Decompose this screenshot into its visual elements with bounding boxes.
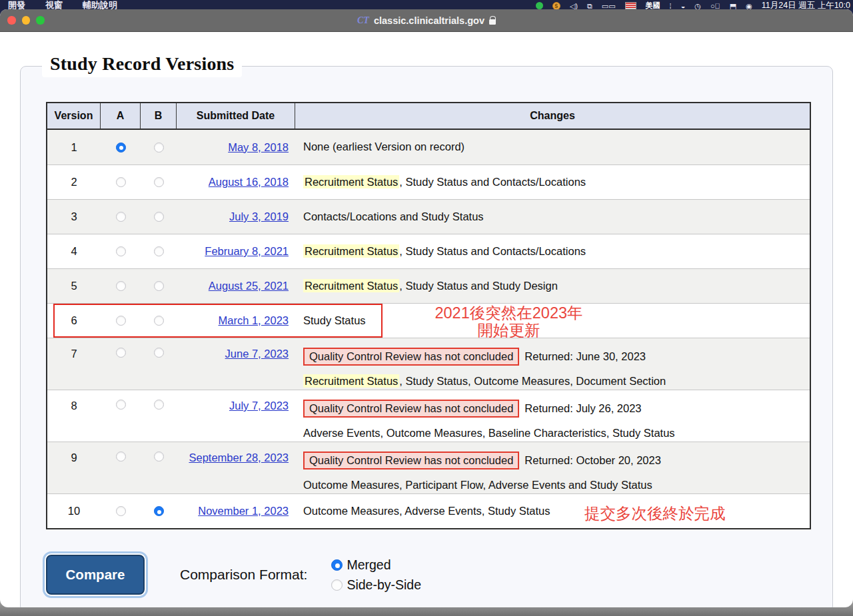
- changes-line: Recruitment Status, Study Status, Outcom…: [303, 374, 804, 388]
- us-flag-icon[interactable]: [625, 2, 636, 9]
- radio-b[interactable]: [154, 506, 164, 516]
- address-area[interactable]: CT classic.clinicaltrials.gov: [0, 15, 853, 26]
- changes-cell: Quality Control Review has not concluded…: [295, 390, 810, 441]
- radio-b[interactable]: [154, 177, 164, 187]
- radio-b[interactable]: [154, 316, 164, 326]
- radio-a[interactable]: [116, 246, 126, 256]
- table-row: 10 November 1, 2023 Outcome Measures, Ad…: [47, 493, 810, 528]
- radio-a[interactable]: [116, 177, 126, 187]
- side-by-side-radio[interactable]: [331, 579, 343, 591]
- dots-icon[interactable]: ⁞: [670, 2, 672, 10]
- radio-a[interactable]: [116, 143, 126, 153]
- submitted-date-link[interactable]: February 8, 2021: [205, 245, 289, 257]
- airplay-icon[interactable]: ⧉: [587, 2, 592, 10]
- radio-b[interactable]: [154, 348, 164, 358]
- merged-radio[interactable]: [331, 559, 343, 571]
- radio-b[interactable]: [154, 246, 164, 256]
- macos-menu-bar: 開發 視窗 輔助說明 $ ◁) ⧉ ▭▭ 美國 ⁞ ◒ ◷ ○⃘ ⬒ ◉ 11月…: [0, 0, 853, 9]
- table-row: 9 September 28, 2023 Quality Control Rev…: [47, 442, 810, 493]
- radio-a[interactable]: [116, 400, 126, 410]
- menu-item-window[interactable]: 視窗: [45, 0, 63, 9]
- version-number: 6: [47, 314, 101, 327]
- radio-a[interactable]: [116, 316, 126, 326]
- header-b: B: [141, 103, 177, 129]
- submitted-date-link[interactable]: August 16, 2018: [209, 176, 289, 188]
- table-row: 3 July 3, 2019 Contacts/Locations and St…: [47, 199, 810, 234]
- submitted-date-link[interactable]: July 3, 2019: [229, 210, 289, 222]
- radio-a[interactable]: [116, 452, 126, 462]
- submitted-date-link[interactable]: September 28, 2023: [189, 452, 289, 463]
- merged-option[interactable]: Merged: [331, 557, 421, 573]
- clock-icon[interactable]: ◷: [694, 2, 701, 10]
- changes-cell: None (earliest Version on record): [295, 140, 810, 154]
- search-icon[interactable]: ○⃘: [710, 2, 720, 10]
- changes-text: Adverse Events, Outcome Measures, Baseli…: [303, 427, 675, 439]
- changes-line: Adverse Events, Outcome Measures, Baseli…: [303, 426, 804, 440]
- changes-text: , Study Status and Study Design: [399, 280, 558, 292]
- version-number: 7: [47, 338, 101, 360]
- radio-b[interactable]: [154, 452, 164, 462]
- header-changes: Changes: [295, 103, 810, 129]
- changes-cell: Quality Control Review has not concluded…: [295, 338, 810, 389]
- coin-icon[interactable]: $: [552, 2, 560, 10]
- header-a: A: [101, 103, 141, 129]
- submitted-date-link[interactable]: July 7, 2023: [229, 400, 289, 412]
- side-by-side-option[interactable]: Side-by-Side: [331, 577, 421, 593]
- returned-date: Returned: October 20, 2023: [524, 454, 661, 466]
- changes-cell: Study Status: [295, 314, 810, 328]
- submitted-date-link[interactable]: November 1, 2023: [198, 505, 289, 517]
- input-source-label[interactable]: 美國: [646, 1, 660, 9]
- control-center-icon[interactable]: ⬒: [730, 2, 736, 10]
- siri-icon[interactable]: ◉: [746, 2, 752, 10]
- header-submitted-date: Submitted Date: [177, 103, 295, 129]
- merged-label: Merged: [347, 557, 391, 573]
- page-title: Study Record Versions: [42, 52, 242, 77]
- submitted-date-link[interactable]: August 25, 2021: [209, 280, 289, 292]
- changes-text: None (earliest Version on record): [303, 141, 464, 153]
- changes-text: Outcome Measures, Adverse Events, Study …: [303, 505, 550, 517]
- compare-button[interactable]: Compare: [46, 555, 145, 595]
- comparison-format-label: Comparison Format:: [180, 567, 307, 583]
- changes-line: Outcome Measures, Participant Flow, Adve…: [303, 478, 804, 492]
- changes-cell: Quality Control Review has not concluded…: [295, 442, 810, 493]
- browser-window: CT classic.clinicaltrials.gov Study Reco…: [0, 9, 853, 607]
- radio-a[interactable]: [116, 281, 126, 291]
- qc-status-line: Quality Control Review has not concluded…: [303, 348, 804, 366]
- qc-status-line: Quality Control Review has not concluded…: [303, 400, 804, 418]
- radio-a[interactable]: [116, 506, 126, 516]
- side-by-side-label: Side-by-Side: [347, 577, 421, 593]
- changes-cell: Outcome Measures, Adverse Events, Study …: [295, 504, 810, 518]
- menu-datetime[interactable]: 11月24日 週五 上午10:0: [762, 0, 850, 9]
- menu-item-help[interactable]: 輔助說明: [83, 0, 117, 9]
- changes-cell: Contacts/Locations and Study Status: [295, 210, 810, 224]
- radio-b[interactable]: [154, 143, 164, 153]
- radio-a[interactable]: [116, 212, 126, 222]
- table-row: 4 February 8, 2021 Recruitment Status, S…: [47, 234, 810, 268]
- changes-text: , Study Status and Contacts/Locations: [399, 245, 586, 257]
- versions-table: Version A B Submitted Date Changes 1 May…: [46, 102, 811, 529]
- submitted-date-link[interactable]: June 7, 2023: [225, 348, 289, 360]
- site-url[interactable]: classic.clinicaltrials.gov: [374, 15, 484, 26]
- returned-date: Returned: June 30, 2023: [524, 350, 646, 362]
- radio-b[interactable]: [154, 281, 164, 291]
- table-row: 7 June 7, 2023 Quality Control Review ha…: [47, 338, 810, 390]
- user-icon[interactable]: ◒: [681, 2, 686, 10]
- table-row: 1 May 8, 2018 None (earliest Version on …: [47, 130, 810, 164]
- changes-text: , Study Status, Outcome Measures, Docume…: [399, 375, 666, 387]
- submitted-date-link[interactable]: May 8, 2018: [228, 141, 289, 153]
- display-icon[interactable]: ▭▭: [602, 2, 616, 10]
- site-favicon: CT: [357, 15, 369, 26]
- table-header-row: Version A B Submitted Date Changes: [47, 103, 810, 130]
- submitted-date-link[interactable]: March 1, 2023: [219, 314, 289, 326]
- highlighted-change: Recruitment Status: [303, 244, 399, 258]
- radio-b[interactable]: [154, 212, 164, 222]
- highlighted-change: Recruitment Status: [303, 374, 399, 388]
- status-green-icon[interactable]: [536, 2, 543, 9]
- radio-b[interactable]: [154, 400, 164, 410]
- version-number: 8: [47, 390, 101, 412]
- volume-icon[interactable]: ◁): [570, 2, 578, 10]
- menu-item-develop[interactable]: 開發: [8, 0, 25, 9]
- radio-a[interactable]: [116, 348, 126, 358]
- browser-title-bar: CT classic.clinicaltrials.gov: [0, 9, 853, 32]
- menu-items: 開發 視窗 輔助說明: [0, 0, 117, 9]
